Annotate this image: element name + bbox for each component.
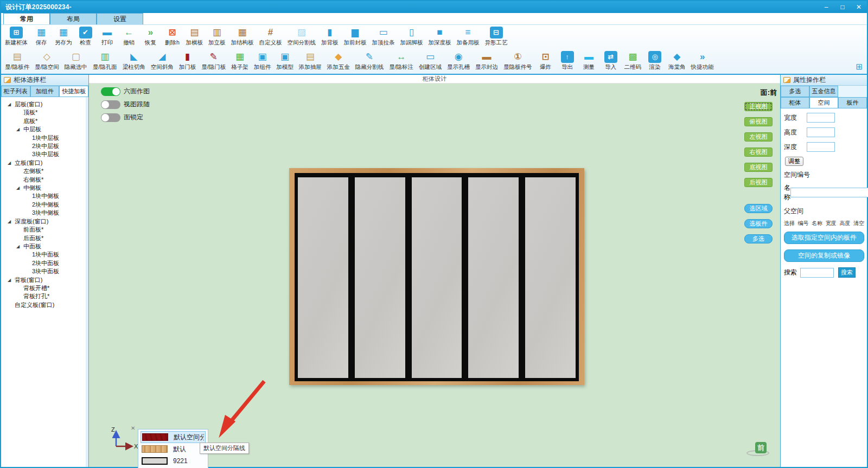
tree-expander-icon[interactable]: ◢ <box>16 125 22 133</box>
tree-expander-icon[interactable]: ◢ <box>8 159 13 167</box>
layout-grid-icon[interactable]: ⊞ <box>856 62 863 72</box>
tree-item[interactable]: ◢ 2块中层板 <box>1 142 86 150</box>
toolbar-button[interactable]: ◆ 海棠角 <box>666 50 688 71</box>
toolbar-button[interactable]: ⇄ 导入 <box>600 50 622 71</box>
tree-item[interactable]: ◢ 3块中层板 <box>1 150 86 158</box>
property-tab[interactable]: 柜体 <box>781 97 809 108</box>
cabinet-space-panel[interactable] <box>412 177 462 378</box>
toolbar-button[interactable]: ▦ 保存 <box>30 26 52 47</box>
dimension-input[interactable] <box>807 142 835 152</box>
left-panel-tab[interactable]: 加组件 <box>30 86 60 97</box>
toolbar-button[interactable]: ▬ 显示封边 <box>473 50 501 71</box>
toolbar-button[interactable]: ✎ 隐藏分割线 <box>353 50 387 71</box>
toolbar-button[interactable]: ▬ 测量 <box>578 50 600 71</box>
toolbar-button[interactable]: ↑ 导出 <box>557 50 578 71</box>
toolbar-button[interactable]: ▤ 显/隐板件 <box>2 50 32 71</box>
toolbar-button[interactable]: ← 撤销 <box>118 26 140 47</box>
name-input[interactable] <box>790 188 868 197</box>
toolbar-button[interactable]: ▣ 加组件 <box>251 50 274 71</box>
property-tab[interactable]: 五金信息 <box>809 86 838 97</box>
tree-item[interactable]: ◢ 后面板* <box>1 234 86 242</box>
toggle-pill-icon[interactable] <box>101 87 120 96</box>
search-input[interactable] <box>800 268 834 278</box>
property-tab[interactable]: 多选 <box>781 86 809 97</box>
toolbar-button[interactable]: ◇ 显/隐空间 <box>32 50 62 71</box>
toolbar-button[interactable]: ▮ 加背板 <box>318 26 341 47</box>
cabinet-space-panel[interactable] <box>468 177 519 378</box>
toolbar-button[interactable]: ▯ 加踢脚板 <box>398 26 426 47</box>
tree-item[interactable]: ◢ 层板(窗口) <box>1 100 86 108</box>
legend-row[interactable]: 默认 <box>141 443 206 455</box>
toolbar-button[interactable]: ⊡ 爆炸 <box>535 50 557 71</box>
view-button[interactable]: 俯视图 <box>744 117 773 126</box>
close-button[interactable]: ✕ <box>851 3 867 11</box>
toolbar-button[interactable]: ✎ 显/隐门板 <box>199 50 228 71</box>
tree-item[interactable]: ◢ 1块中侧板 <box>1 192 86 200</box>
tree-expander-icon[interactable]: ◢ <box>16 242 22 251</box>
tree-expander-icon[interactable]: ◢ <box>8 217 13 226</box>
left-panel-tab[interactable]: 快捷加板 <box>59 86 88 97</box>
toolbar-button[interactable]: ▭ 创建区域 <box>416 50 444 71</box>
ribbon-tab[interactable]: 常用 <box>3 13 50 24</box>
tree-expander-icon[interactable]: ◢ <box>8 100 13 108</box>
tree-item[interactable]: ◢ 背板打孔* <box>1 292 86 300</box>
toggle-switch[interactable]: 面锁定 <box>101 113 150 122</box>
ribbon-tab[interactable]: 布局 <box>50 13 97 24</box>
tree-item[interactable]: ◢ 底板* <box>1 117 86 125</box>
toolbar-button[interactable]: ◉ 显示孔槽 <box>444 50 473 71</box>
left-panel-tab[interactable]: 柜子列表 <box>1 86 30 97</box>
toggle-switch[interactable]: 六面作图 <box>101 87 150 96</box>
tree-item[interactable]: ◢ 3块中侧板 <box>1 209 86 217</box>
minimize-button[interactable]: – <box>818 3 834 11</box>
toolbar-button[interactable]: ✔ 检查 <box>75 26 97 47</box>
tree-item[interactable]: ◢ 中面板 <box>1 242 86 251</box>
cabinet-front-view[interactable] <box>289 168 584 385</box>
view-button[interactable]: 右视图 <box>744 148 773 157</box>
property-tab[interactable]: 空间 <box>809 97 838 108</box>
toolbar-button[interactable]: ▥ 加立板 <box>206 26 228 47</box>
tree-expander-icon[interactable]: ◢ <box>8 276 13 284</box>
space-action-button[interactable]: 空间的复制或镜像 <box>784 249 864 262</box>
tree-item[interactable]: ◢ 背板(窗口) <box>1 276 86 284</box>
toolbar-button[interactable]: ◣ 梁柱切角 <box>120 50 148 71</box>
maximize-button[interactable]: □ <box>834 3 851 11</box>
toolbar-button[interactable]: ① 显隐板件号 <box>501 50 535 71</box>
space-action-button[interactable]: 选取指定空间内的板件 <box>784 232 864 244</box>
front-face-badge[interactable]: 前 <box>755 442 767 453</box>
toolbar-button[interactable]: ▤ 加横板 <box>183 26 206 47</box>
tree-item[interactable]: ◢ 3块中面板 <box>1 267 86 275</box>
view-button[interactable]: 左视图 <box>744 132 773 142</box>
toolbar-button[interactable]: ▦ 另存为 <box>52 26 75 47</box>
select-mode-button[interactable]: 选区域 <box>744 204 773 213</box>
adjust-button[interactable]: 调整 <box>785 157 803 166</box>
ribbon-tab[interactable]: 设置 <box>97 13 143 24</box>
toolbar-button[interactable]: ≡ 加备用板 <box>454 26 482 47</box>
toolbar-button[interactable]: ▆ 加前封板 <box>341 26 369 47</box>
toolbar-button[interactable]: ▤ 添加抽屉 <box>296 50 324 71</box>
legend-row[interactable]: 9221 <box>141 455 206 467</box>
search-button[interactable]: 搜索 <box>838 267 856 278</box>
tree-item[interactable]: ◢ 2块中面板 <box>1 259 86 267</box>
toolbar-button[interactable]: ⊟ 异形工艺 <box>482 26 510 47</box>
toolbar-button[interactable]: ⊞ 新建柜体 <box>2 26 30 47</box>
view-button[interactable]: 底视图 <box>744 163 773 172</box>
design-canvas[interactable]: 柜体设计 六面作图 视图跟随 面锁定 <box>89 75 780 467</box>
property-tab[interactable]: 板件 <box>838 97 867 108</box>
tree-item[interactable]: ◢ 顶板* <box>1 108 86 117</box>
tree-item[interactable]: ◢ 前面板* <box>1 226 86 234</box>
select-mode-button[interactable]: 多选 <box>744 234 773 243</box>
tree-item[interactable]: ◢ 中层板 <box>1 125 86 133</box>
toolbar-button[interactable]: ▥ 显/隐孔面 <box>90 50 120 71</box>
cabinet-space-panel[interactable] <box>525 177 576 378</box>
toolbar-button[interactable]: ▦ 格子架 <box>228 50 251 71</box>
view-button[interactable]: 后视图 <box>744 178 773 187</box>
toolbar-button[interactable]: ▨ 空间分割线 <box>285 26 319 47</box>
toolbar-button[interactable]: ▬ 打印 <box>97 26 118 47</box>
tree-item[interactable]: ◢ 立板(窗口) <box>1 159 86 167</box>
view-button[interactable]: 正视图 <box>744 102 773 111</box>
toolbar-button[interactable]: ◎ 渲染 <box>644 50 666 71</box>
toolbar-button[interactable]: ↔ 显/隐标注 <box>386 50 416 71</box>
tree-item[interactable]: ◢ 自定义板(窗口) <box>1 301 86 309</box>
tree-item[interactable]: ◢ 1块中面板 <box>1 251 86 259</box>
toolbar-button[interactable]: ▢ 隐藏选中 <box>62 50 90 71</box>
